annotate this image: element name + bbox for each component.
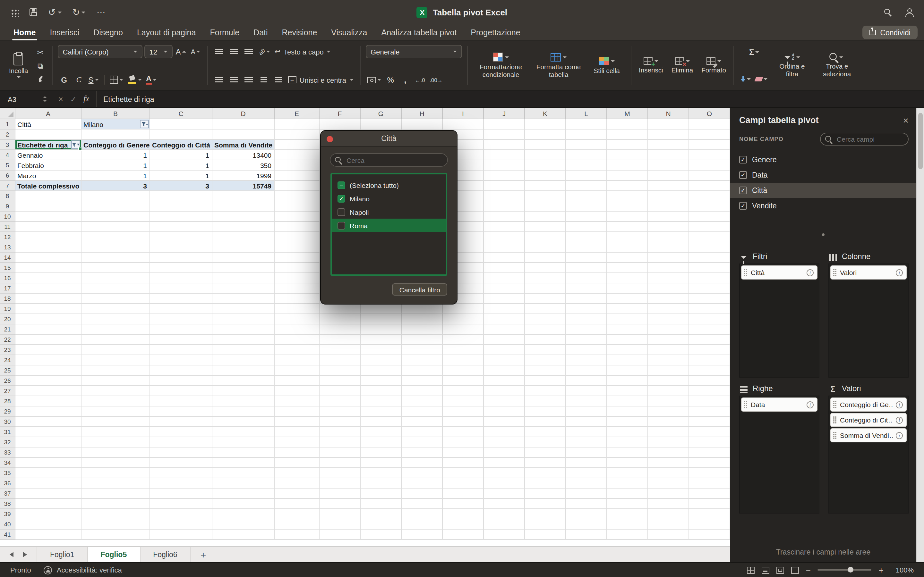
cell-K16[interactable] [525,273,566,284]
row-header-8[interactable]: 8 [0,191,15,201]
cell-M22[interactable] [607,335,648,345]
cell-L5[interactable] [566,160,607,171]
cell-C20[interactable] [150,314,212,324]
cell-D1[interactable] [212,119,275,129]
cell-C35[interactable] [150,468,212,478]
cell-I35[interactable] [443,468,484,478]
cell-H24[interactable] [402,355,443,366]
cell-F22[interactable] [320,335,360,345]
cell-A28[interactable] [15,396,81,406]
cell-M39[interactable] [607,509,648,519]
info-icon[interactable]: i [806,401,814,408]
cell-O16[interactable] [689,273,730,284]
percent-format-button[interactable]: % [384,73,397,87]
cell-L30[interactable] [566,417,607,427]
cell-I19[interactable] [443,304,484,314]
cell-A33[interactable] [15,448,81,458]
cell-E7[interactable] [275,181,320,191]
cell-L4[interactable] [566,150,607,160]
row-header-19[interactable]: 19 [0,304,15,314]
cell-D29[interactable] [212,406,275,417]
filter-applied-icon[interactable] [140,120,149,128]
cell-N26[interactable] [648,376,689,386]
cell-L27[interactable] [566,386,607,396]
field-chip-conteggio-di-cit[interactable]: Conteggio di Cit…i [831,414,906,426]
cell-H20[interactable] [402,314,443,324]
cell-K13[interactable] [525,242,566,253]
formula-input[interactable]: Etichette di riga [97,95,924,103]
cell-J19[interactable] [484,304,525,314]
field-chip-citt[interactable]: Cittài [742,266,817,279]
zoom-out-button[interactable]: − [806,565,811,575]
cell-F24[interactable] [320,355,360,366]
row-header-31[interactable]: 31 [0,427,15,437]
cell-L28[interactable] [566,396,607,406]
cell-A38[interactable] [15,499,81,509]
cell-K2[interactable] [525,129,566,140]
cell-N29[interactable] [648,406,689,417]
cell-N5[interactable] [648,160,689,171]
cell-G39[interactable] [360,509,402,519]
autosum-button[interactable]: Σ [740,45,769,59]
cell-I40[interactable] [443,519,484,530]
cell-A32[interactable] [15,437,81,448]
cell-J16[interactable] [484,273,525,284]
cell-E13[interactable] [275,242,320,253]
cell-J26[interactable] [484,376,525,386]
cell-K34[interactable] [525,458,566,468]
cell-B10[interactable] [81,211,150,222]
cell-A40[interactable] [15,519,81,530]
cell-H35[interactable] [402,468,443,478]
cell-D2[interactable] [212,129,275,140]
cell-E40[interactable] [275,519,320,530]
row-header-36[interactable]: 36 [0,478,15,488]
cell-F41[interactable] [320,530,360,540]
cell-B3[interactable]: Conteggio di Genere [81,140,150,150]
cell-F30[interactable] [320,417,360,427]
cell-C17[interactable] [150,284,212,293]
cell-K38[interactable] [525,499,566,509]
cell-L8[interactable] [566,191,607,201]
filter-dialog-titlebar[interactable]: Città [321,131,457,147]
cell-L38[interactable] [566,499,607,509]
cell-H29[interactable] [402,406,443,417]
cell-C18[interactable] [150,293,212,304]
cell-L41[interactable] [566,530,607,540]
normal-view-icon[interactable] [762,566,769,574]
filter-option-roma[interactable]: Roma [332,219,446,232]
cell-L2[interactable] [566,129,607,140]
cell-J2[interactable] [484,129,525,140]
cell-K24[interactable] [525,355,566,366]
cell-J15[interactable] [484,263,525,273]
orientation-button[interactable]: ab [257,45,271,58]
cell-J29[interactable] [484,406,525,417]
cell-F39[interactable] [320,509,360,519]
row-header-39[interactable]: 39 [0,509,15,519]
cell-M5[interactable] [607,160,648,171]
cell-M12[interactable] [607,232,648,242]
cell-A10[interactable] [15,211,81,222]
cell-J9[interactable] [484,201,525,211]
cell-M30[interactable] [607,417,648,427]
cell-E15[interactable] [275,263,320,273]
conditional-formatting-button[interactable]: Formattazione condizionale [473,45,529,87]
cell-K7[interactable] [525,181,566,191]
bold-button[interactable]: G [58,73,71,87]
cell-N14[interactable] [648,253,689,263]
cell-K37[interactable] [525,488,566,499]
cell-O19[interactable] [689,304,730,314]
cell-D35[interactable] [212,468,275,478]
row-header-22[interactable]: 22 [0,335,15,345]
cell-L3[interactable] [566,140,607,150]
cell-K14[interactable] [525,253,566,263]
row-header-4[interactable]: 4 [0,150,15,160]
name-box[interactable]: A3 [0,91,51,107]
cell-L33[interactable] [566,448,607,458]
ribbon-tab-visualizza[interactable]: Visualizza [324,24,374,40]
cell-K9[interactable] [525,201,566,211]
cell-B4[interactable]: 1 [81,150,150,160]
column-header-O[interactable]: O [689,108,730,119]
cell-G21[interactable] [360,324,402,335]
cell-A27[interactable] [15,386,81,396]
field-search-input[interactable] [820,133,909,145]
